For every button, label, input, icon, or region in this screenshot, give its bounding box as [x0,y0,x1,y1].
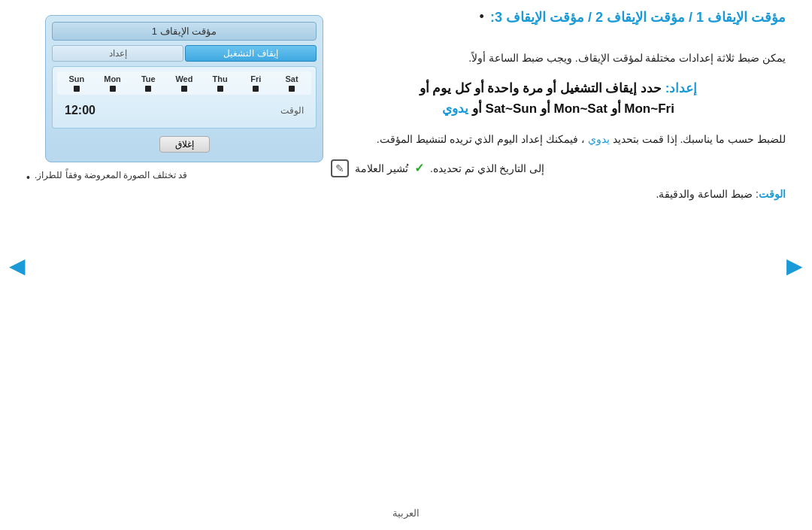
time-row: الوقت 12:00 [57,98,311,123]
instruction-text: للضبط حسب ما يناسبك. إذا قمت بتحديد يدوي… [331,130,786,149]
options-sep3: أو [468,101,485,116]
intro-text: يمكن ضبط ثلاثة إعدادات مختلفة لمؤقت الإي… [331,49,786,68]
footer-language: العربية [392,507,420,519]
day-sat: Sat [276,74,308,92]
day-dot-fri [253,86,259,92]
heading-link3[interactable]: مؤقت الإيقاف 3 [495,10,584,25]
day-dot-wed [181,86,187,92]
tab-off-label: إيقاف التشغيل [223,48,277,59]
checkmark-symbol: ✓ [414,161,424,175]
options-sep1: أو [607,101,624,116]
day-dot-tue [145,86,151,92]
checkmark-text2: إلى التاريخ الذي تم تحديده. [430,162,544,174]
main-heading: مؤقت الإيقاف 1 / مؤقت الإيقاف 2 / مؤقت ا… [490,8,786,28]
right-panel: مؤقت الإيقاف 1 / مؤقت الإيقاف 2 / مؤقت ا… [331,8,786,200]
day-wed: Wed [168,74,200,92]
heading-section: مؤقت الإيقاف 1 / مؤقت الإيقاف 2 / مؤقت ا… [331,8,786,38]
time-section-text: ضبط الساعة والدقيقة. [656,188,753,200]
previous-arrow[interactable]: ◀ [9,253,26,277]
heading-sep2: / [584,10,595,25]
intro-text-content: يمكن ضبط ثلاثة إعدادات مختلفة لمؤقت الإي… [468,52,786,64]
note-section: قد تختلف الصورة المعروضة وفقاً للطراز. • [26,170,342,183]
timer-title-text: مؤقت الإيقاف 1 [152,26,217,37]
options-line1: Mon~Fri [624,101,674,116]
heading-sep1: / [685,10,696,25]
manual-link[interactable]: يدوي [588,133,610,145]
options-sep2: أو [537,101,553,116]
tab-setup-label: إعداد [109,48,127,59]
time-section: الوقت: ضبط الساعة والدقيقة. [331,188,786,200]
timer-inner: Sun Mon Tue Wed Thu [52,66,317,129]
setup-text: حدد إيقاف التشغيل أو مرة واحدة أو كل يوم… [420,81,662,95]
heading-link2[interactable]: مؤقت الإيقاف 2 [595,10,685,25]
tab-off[interactable]: إيقاف التشغيل [185,45,317,62]
day-dot-sun [74,86,80,92]
time-section-label: الوقت [759,188,786,200]
options-line3: Sat~Sun [486,101,538,116]
day-tue: Tue [132,74,164,92]
timer-tabs: إعداد إيقاف التشغيل [52,45,317,62]
options-manual: يدوي [442,101,468,116]
time-label: الوقت [280,105,304,116]
time-value: 12:00 [65,104,95,117]
instruction-line1: للضبط حسب ما يناسبك. إذا قمت بتحديد [613,133,786,145]
heading-link1[interactable]: مؤقت الإيقاف 1 [696,10,786,25]
instruction-line2: ، فيمكنك إعداد اليوم الذي تريده لتنشيط ا… [377,133,585,145]
next-arrow[interactable]: ▶ [786,253,803,277]
timer-title: مؤقت الإيقاف 1 [52,22,317,41]
note-text: قد تختلف الصورة المعروضة وفقاً للطراز. [35,170,187,180]
note-bullet: قد تختلف الصورة المعروضة وفقاً للطراز. • [26,170,335,183]
setup-heading: إعداد: حدد إيقاف التشغيل أو مرة واحدة أو… [331,78,786,119]
close-button-label: إغلاق [175,139,194,150]
days-row: Sun Mon Tue Wed Thu [57,71,311,95]
tab-setup[interactable]: إعداد [52,45,183,62]
day-dot-sat [289,86,295,92]
day-dot-mon [110,86,116,92]
options-line2: Mon~Sat [554,101,607,116]
edit-icon [331,159,349,177]
day-mon: Mon [97,74,129,92]
setup-colon: : [662,81,669,95]
close-button-row: إغلاق [52,133,317,156]
bullet-icon: • [26,171,30,183]
day-dot-thu [217,86,223,92]
day-sun: Sun [61,74,92,92]
checkmark-text: تُشير العلامة [355,162,408,174]
day-thu: Thu [205,74,236,92]
heading-bullet: • [480,9,484,25]
footer: العربية [0,507,812,519]
day-fri: Fri [240,74,271,92]
setup-label: إعداد [669,81,697,95]
checkmark-row: إلى التاريخ الذي تم تحديده. ✓ تُشير العل… [331,159,786,177]
left-panel: مؤقت الإيقاف 1 إعداد إيقاف التشغيل Sun M… [26,15,342,183]
timer-widget: مؤقت الإيقاف 1 إعداد إيقاف التشغيل Sun M… [45,15,323,162]
close-button[interactable]: إغلاق [159,136,210,153]
